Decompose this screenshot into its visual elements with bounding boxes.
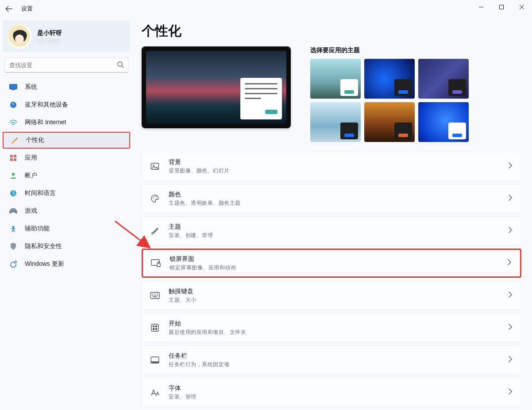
- svg-rect-24: [155, 326, 157, 327]
- nav-label: 蓝牙和其他设备: [25, 101, 68, 109]
- sidebar-item-0[interactable]: 系统: [3, 79, 130, 96]
- minimize-button[interactable]: [471, 0, 491, 14]
- font-icon: [150, 387, 160, 397]
- chevron-right-icon: [509, 388, 512, 396]
- setting-row-image[interactable]: 背景背景图像、颜色、幻灯片: [142, 152, 521, 181]
- nav-icon-0: [9, 83, 18, 92]
- nav-label: 隐私和安全性: [25, 242, 62, 250]
- nav-icon-4: [9, 153, 18, 162]
- setting-text: 任务栏任务栏行为，系统固定项: [169, 352, 500, 368]
- setting-desc: 安装、管理: [169, 393, 500, 401]
- setting-row-palette[interactable]: 颜色主题色、透明效果、颜色主题: [142, 184, 521, 213]
- svg-rect-25: [153, 328, 154, 330]
- back-arrow-icon: [5, 5, 12, 12]
- svg-rect-20: [157, 263, 160, 267]
- nav-icon-3: [10, 136, 19, 145]
- svg-rect-26: [155, 328, 157, 330]
- nav-icon-9: [9, 242, 18, 251]
- theme-badge: [448, 79, 466, 96]
- profile-card[interactable]: 是小轩呀 ---- -------: [3, 20, 130, 52]
- nav-label: 系统: [25, 83, 37, 91]
- sidebar-item-9[interactable]: 隐私和安全性: [3, 238, 130, 255]
- setting-text: 锁屏界面锁定屏幕图像、应用和动画: [170, 255, 499, 272]
- theme-badge: [448, 123, 466, 139]
- setting-desc: 最近使用的应用和项目、文件夹: [169, 329, 500, 336]
- search-container: [3, 57, 130, 79]
- chevron-right-icon: [508, 259, 511, 267]
- setting-row-keyboard[interactable]: 触摸键盘主题、大小: [142, 281, 521, 310]
- maximize-button[interactable]: [491, 0, 512, 14]
- theme-option-4[interactable]: [364, 102, 415, 142]
- svg-point-16: [153, 198, 154, 199]
- setting-title: 字体: [169, 384, 500, 392]
- sidebar-item-4[interactable]: 应用: [3, 149, 130, 166]
- sidebar-item-2[interactable]: 网络和 Internet: [3, 114, 130, 131]
- svg-rect-28: [151, 361, 159, 363]
- preview-and-themes: 选择要应用的主题: [142, 46, 521, 142]
- setting-desc: 主题、大小: [169, 296, 500, 304]
- taskbar-icon: [150, 355, 160, 365]
- svg-point-15: [153, 165, 154, 166]
- preview-wallpaper: [146, 51, 286, 124]
- theme-option-1[interactable]: [364, 59, 415, 99]
- lock-screen-icon: [151, 258, 161, 268]
- svg-rect-7: [10, 155, 13, 157]
- close-icon: [520, 5, 524, 9]
- sidebar-item-5[interactable]: 帐户: [3, 167, 130, 184]
- desktop-preview: [142, 46, 291, 128]
- setting-title: 背景: [169, 158, 500, 166]
- theme-option-5[interactable]: [418, 102, 469, 142]
- back-button[interactable]: [0, 0, 18, 18]
- setting-row-start[interactable]: 开始最近使用的应用和项目、文件夹: [142, 313, 521, 342]
- svg-rect-5: [12, 89, 15, 90]
- chevron-right-icon: [509, 162, 512, 170]
- themes-heading: 选择要应用的主题: [310, 46, 521, 54]
- setting-row-lock-screen[interactable]: 锁屏界面锁定屏幕图像、应用和动画: [142, 249, 521, 278]
- svg-rect-10: [14, 158, 16, 161]
- theme-option-2[interactable]: [418, 59, 469, 99]
- sidebar-item-3[interactable]: 个性化: [3, 132, 130, 149]
- profile-text: 是小轩呀 ---- -------: [37, 29, 62, 44]
- sidebar-item-8[interactable]: 辅助功能: [3, 220, 130, 237]
- svg-point-3: [118, 62, 122, 66]
- sidebar: 是小轩呀 ---- ------- 系统蓝牙和其他设备网络和 Internet个…: [0, 18, 133, 410]
- setting-row-font[interactable]: 字体安装、管理: [142, 378, 521, 407]
- sidebar-item-10[interactable]: Windows 更新: [3, 256, 130, 272]
- sidebar-item-1[interactable]: 蓝牙和其他设备: [3, 96, 130, 113]
- theme-badge: [340, 123, 358, 139]
- nav-label: 游戏: [25, 207, 37, 215]
- theme-badge: [340, 79, 358, 96]
- sidebar-item-6[interactable]: 时间和语言: [3, 185, 130, 202]
- setting-title: 触摸键盘: [169, 287, 500, 295]
- nav-icon-6: [9, 189, 18, 198]
- setting-text: 字体安装、管理: [169, 384, 500, 401]
- close-button[interactable]: [512, 0, 532, 14]
- theme-option-3[interactable]: [310, 102, 361, 142]
- setting-title: 开始: [169, 320, 500, 328]
- svg-rect-9: [10, 158, 13, 161]
- chevron-right-icon: [509, 356, 512, 364]
- sidebar-item-7[interactable]: 游戏: [3, 203, 130, 219]
- setting-desc: 锁定屏幕图像、应用和动画: [170, 264, 499, 272]
- setting-text: 颜色主题色、透明效果、颜色主题: [169, 191, 500, 207]
- nav-label: 帐户: [25, 172, 37, 180]
- setting-row-brush[interactable]: 主题安装、创建、管理: [142, 216, 521, 245]
- search-input[interactable]: [4, 57, 128, 73]
- nav-label: 时间和语言: [25, 189, 56, 197]
- svg-rect-8: [14, 155, 16, 157]
- nav-icon-10: [9, 260, 18, 268]
- svg-rect-23: [153, 326, 154, 327]
- avatar: [7, 24, 32, 49]
- theme-option-0[interactable]: [310, 59, 361, 99]
- chevron-right-icon: [509, 291, 512, 299]
- setting-row-taskbar[interactable]: 任务栏任务栏行为，系统固定项: [142, 345, 521, 375]
- setting-text: 开始最近使用的应用和项目、文件夹: [169, 320, 500, 336]
- palette-icon: [150, 194, 160, 203]
- setting-title: 颜色: [169, 191, 500, 199]
- nav-icon-8: [9, 224, 18, 233]
- theme-badge: [394, 79, 412, 96]
- svg-rect-14: [151, 163, 159, 169]
- preview-window-card: [240, 78, 282, 119]
- chevron-right-icon: [509, 195, 512, 203]
- theme-grid: [310, 59, 521, 142]
